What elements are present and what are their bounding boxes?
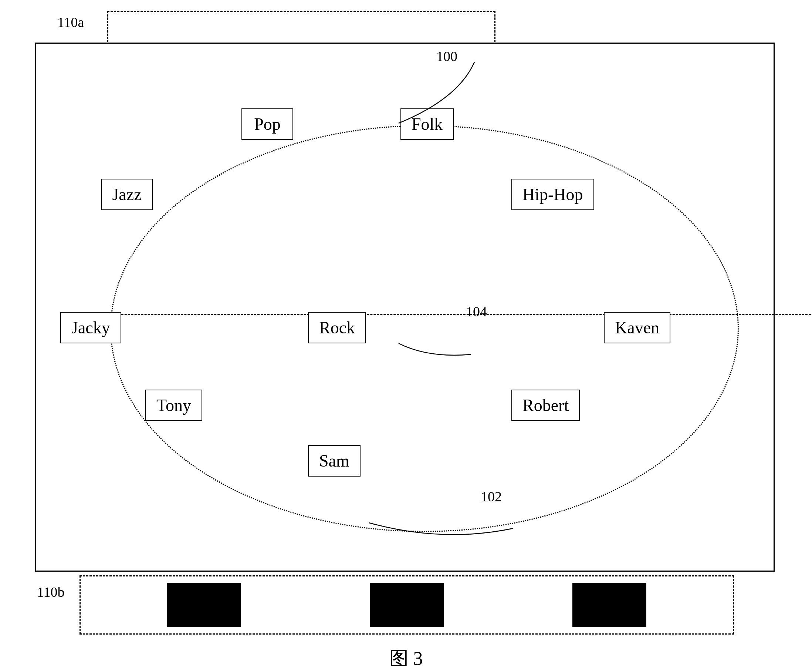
genre-box-hiphop[interactable]: Hip-Hop	[511, 179, 594, 210]
page: 110a Pop Folk Jazz Hip-Hop Jacky Rock Ka…	[0, 0, 812, 666]
label-110b: 110b	[37, 584, 65, 600]
label-100: 100	[436, 48, 457, 64]
label-104: 104	[466, 303, 487, 320]
label-102: 102	[481, 488, 502, 505]
person-box-jacky[interactable]: Jacky	[60, 312, 121, 343]
bottom-black-box-1	[167, 583, 241, 627]
genre-box-jazz[interactable]: Jazz	[101, 179, 153, 210]
bottom-dashed-box	[79, 575, 734, 635]
label-110a: 110a	[57, 14, 84, 30]
genre-box-folk[interactable]: Folk	[401, 109, 454, 140]
figure-caption: 图 3	[390, 646, 423, 666]
genre-box-pop[interactable]: Pop	[242, 109, 293, 140]
person-box-robert[interactable]: Robert	[511, 390, 580, 421]
person-box-sam[interactable]: Sam	[308, 445, 360, 476]
person-box-tony[interactable]: Tony	[145, 390, 202, 421]
person-box-rock[interactable]: Rock	[308, 312, 366, 343]
bottom-black-box-2	[370, 583, 444, 627]
main-rect: Pop Folk Jazz Hip-Hop Jacky Rock Kaven T…	[35, 43, 775, 572]
person-box-kaven[interactable]: Kaven	[604, 312, 671, 343]
bottom-black-box-3	[572, 583, 646, 627]
